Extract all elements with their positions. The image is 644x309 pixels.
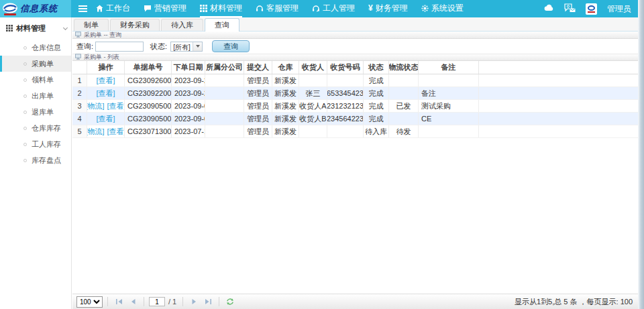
chevron-down-icon xyxy=(63,25,68,29)
header-cell-rownum[interactable] xyxy=(72,61,87,74)
cell-phone xyxy=(327,74,364,86)
tab-bar: 制单财务采购待入库查询 xyxy=(72,17,638,32)
menu-item-0[interactable]: 工作台 xyxy=(96,0,130,17)
gear-icon xyxy=(421,5,429,12)
last-page-button[interactable] xyxy=(202,296,214,307)
first-page-button[interactable] xyxy=(113,296,125,307)
bullet-icon xyxy=(23,46,27,50)
header-cell[interactable]: 状态 xyxy=(364,61,389,74)
op-link[interactable]: [查看] xyxy=(96,76,115,86)
cell-warehouse: 新溪发 xyxy=(272,100,299,112)
sidebar-item-2[interactable]: 领料单 xyxy=(0,72,71,88)
cell-branch xyxy=(205,113,244,125)
cell-ops: [查看] xyxy=(87,74,125,86)
cell-phone: 12312321233 xyxy=(327,100,364,112)
vertical-scrollbar[interactable] xyxy=(638,0,644,309)
status-select[interactable]: [所有] xyxy=(170,42,203,52)
sidebar-item-6[interactable]: 工人库存 xyxy=(0,136,71,152)
home-icon xyxy=(96,5,103,12)
cell-warehouse: 新溪发 xyxy=(272,87,299,99)
op-link[interactable]: [物流] xyxy=(87,101,105,111)
table-row[interactable]: 3[物流][查看]CG23090500012023-09-05管理员新溪发收货人… xyxy=(72,100,638,113)
status-select-value: [所有] xyxy=(171,42,193,51)
cell-remark xyxy=(419,74,479,86)
sidebar-group-header[interactable]: 材料管理 xyxy=(0,17,71,40)
header-cell[interactable]: 所属分公司 xyxy=(205,61,244,74)
cell-phone xyxy=(327,125,364,137)
cell-remark: CE xyxy=(419,113,479,125)
cell-logistics xyxy=(389,74,419,86)
bullet-icon xyxy=(23,127,27,130)
table-row[interactable]: 5[物流][查看]CG23071300012023-07-13管理员新溪发待入库… xyxy=(72,125,638,138)
sidebar: 材料管理 仓库信息采购单领料单出库单退库单仓库库存工人库存库存盘点 xyxy=(0,17,72,309)
table-row[interactable]: 1[查看]CG23092600012023-09-26管理员新溪发完成 xyxy=(72,74,638,87)
topbar-menu: 工作台营销管理材料管理客服管理工人管理¥财务管理系统设置 xyxy=(96,0,464,17)
page-number-input[interactable] xyxy=(149,297,165,306)
header-cell[interactable]: 仓库 xyxy=(272,61,299,74)
user-avatar[interactable] xyxy=(586,3,597,15)
query-label: 查询: xyxy=(76,42,93,52)
header-cell[interactable]: 物流状态 xyxy=(389,61,419,74)
page-size-select[interactable]: 100 xyxy=(76,296,103,308)
op-link[interactable]: [查看] xyxy=(96,88,115,99)
table-row[interactable]: 2[查看]CG23092200012023-09-22管理员新溪发张三16533… xyxy=(72,87,638,100)
refresh-button[interactable] xyxy=(224,296,236,307)
op-link[interactable]: [查看] xyxy=(107,127,125,137)
menu-item-3[interactable]: 客服管理 xyxy=(256,0,299,17)
menu-item-6[interactable]: 系统设置 xyxy=(421,0,464,17)
menu-item-label: 材料管理 xyxy=(210,3,242,14)
cell-remark xyxy=(419,125,479,137)
header-cell[interactable]: 下单日期 xyxy=(172,61,205,74)
hamburger-menu-icon[interactable] xyxy=(78,5,87,12)
tab-1[interactable]: 财务采购 xyxy=(110,19,160,31)
cell-status: 完成 xyxy=(364,87,389,99)
cell-date: 2023-09-26 xyxy=(172,74,205,86)
sidebar-item-7[interactable]: 库存盘点 xyxy=(0,152,71,168)
prev-page-button[interactable] xyxy=(127,296,139,307)
header-cell[interactable]: 收货人 xyxy=(299,61,327,74)
menu-item-label: 财务管理 xyxy=(376,3,408,14)
menu-item-5[interactable]: ¥财务管理 xyxy=(368,0,408,17)
cell-receiver xyxy=(299,125,327,137)
table-row[interactable]: 4[查看]CG23090500022023-09-05管理员新溪发收货人B123… xyxy=(72,113,638,125)
cloud-icon[interactable] xyxy=(544,4,554,13)
grid-icon xyxy=(200,5,207,12)
header-cell[interactable]: 操作 xyxy=(87,61,125,74)
sidebar-item-label: 仓库信息 xyxy=(32,43,61,53)
next-page-button[interactable] xyxy=(188,296,200,307)
menu-item-4[interactable]: 工人管理 xyxy=(312,0,355,17)
sidebar-item-3[interactable]: 出库单 xyxy=(0,88,71,104)
header-cell[interactable]: 提交人 xyxy=(244,61,272,74)
total-pages-label: / 1 xyxy=(168,298,176,306)
cell-branch xyxy=(205,87,244,99)
tab-0[interactable]: 制单 xyxy=(74,19,109,31)
cell-status: 待入库 xyxy=(364,125,389,137)
sidebar-item-4[interactable]: 退库单 xyxy=(0,104,71,120)
header-cell[interactable]: 单据单号 xyxy=(125,61,172,74)
op-link[interactable]: [查看] xyxy=(107,101,125,111)
op-link[interactable]: [物流] xyxy=(87,127,105,137)
pagination-info: 显示从1到5,总 5 条 ，每页显示: 100 xyxy=(515,297,634,307)
header-cell[interactable]: 收货号码 xyxy=(327,61,364,74)
cell-submitter: 管理员 xyxy=(244,125,272,137)
cell-ops: [查看] xyxy=(87,113,125,125)
tab-3[interactable]: 查询 xyxy=(205,18,239,32)
cell-date: 2023-07-13 xyxy=(172,125,205,137)
query-input[interactable] xyxy=(95,42,144,52)
sidebar-item-1[interactable]: 采购单 xyxy=(0,56,71,72)
combo-arrow-icon[interactable] xyxy=(193,42,202,51)
sidebar-item-0[interactable]: 仓库信息 xyxy=(0,40,71,56)
tab-2[interactable]: 待入库 xyxy=(161,19,203,31)
cell-branch xyxy=(205,74,244,86)
cell-logistics xyxy=(389,87,419,99)
header-cell[interactable]: 备注 xyxy=(419,61,479,74)
bullet-icon xyxy=(23,111,27,114)
sidebar-item-5[interactable]: 仓库库存 xyxy=(0,120,71,136)
app-title: 信息系统 xyxy=(20,3,58,15)
menu-item-2[interactable]: 材料管理 xyxy=(200,0,242,17)
search-button[interactable]: 查询 xyxy=(212,40,250,52)
message-icon[interactable] xyxy=(564,3,576,15)
menu-item-1[interactable]: 营销管理 xyxy=(144,0,186,17)
cell-phone: 12345642234 xyxy=(327,113,364,125)
op-link[interactable]: [查看] xyxy=(96,114,115,124)
